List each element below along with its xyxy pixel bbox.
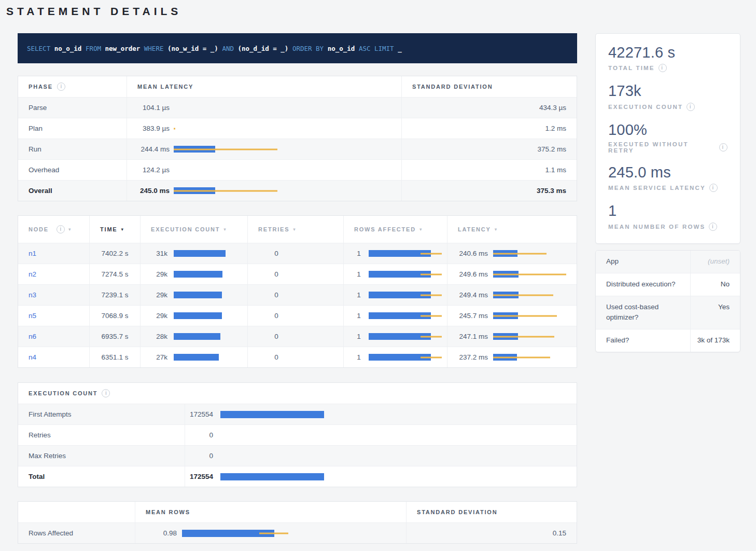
- exec-row-label: Total: [29, 473, 45, 480]
- count-bar: [220, 452, 566, 460]
- sort-arrow-icon: ▾: [293, 227, 296, 232]
- node-link[interactable]: n1: [29, 250, 36, 257]
- phase-label: Overhead: [29, 166, 59, 174]
- info-icon[interactable]: i: [709, 184, 718, 192]
- node-col-header[interactable]: NODE i ▾: [18, 216, 90, 243]
- mean-latency-value: 124.2 µs: [137, 166, 170, 174]
- latency-bar: [493, 271, 566, 278]
- node-latency: 240.6 ms: [455, 250, 488, 257]
- attribute-label: Used cost-based optimizer?: [596, 296, 690, 329]
- node-link[interactable]: n3: [29, 291, 36, 299]
- latency-bar: [493, 354, 566, 361]
- count-bar: [220, 411, 566, 418]
- retries-col-header[interactable]: RETRIES ▾: [248, 216, 344, 243]
- mean-latency-col-header: MEAN LATENCY: [127, 76, 402, 97]
- exec-count-bar: [174, 312, 237, 319]
- std-dev-value: 434.3 µs: [539, 104, 566, 112]
- rows-affected-label: Rows Affected: [29, 529, 73, 537]
- exec-row-total: Total 172554: [18, 466, 577, 487]
- node-rows-affected: 1: [354, 250, 363, 257]
- node-link[interactable]: n6: [29, 333, 36, 340]
- node-link[interactable]: n5: [29, 312, 36, 320]
- latency-bar: [174, 125, 391, 132]
- main-layout: SELECT no_o_id FROM new_order WHERE (no_…: [5, 33, 740, 544]
- stat-value: 173k: [608, 82, 727, 100]
- stat-total-time: 42271.6 s TOTAL TIMEi: [608, 44, 727, 72]
- execution-count-col-header[interactable]: EXECUTION COUNT ▾: [141, 216, 248, 243]
- latency-bar: [493, 312, 566, 319]
- node-link[interactable]: n4: [29, 353, 36, 361]
- rows-affected-row: Rows Affected 0.98 0.15: [18, 522, 577, 543]
- page-title: STATEMENT DETAILS: [6, 5, 740, 18]
- stat-value: 42271.6 s: [608, 44, 727, 61]
- exec-row-retries: Retries 0: [18, 424, 577, 445]
- count-bar: [220, 432, 566, 439]
- stat-mean-service-latency: 245.0 ms MEAN SERVICE LATENCYi: [608, 164, 727, 192]
- std-dev-value: 375.3 ms: [537, 187, 566, 195]
- stat-value: 100%: [608, 121, 727, 139]
- std-dev-col-header: STANDARD DEVIATION: [402, 76, 577, 97]
- latency-bar: [493, 292, 566, 298]
- info-icon[interactable]: i: [719, 143, 727, 151]
- exec-count-bar: [174, 271, 237, 278]
- exec-row-first-attempts: First Attempts 172554: [18, 404, 577, 424]
- sql-statement-box: SELECT no_o_id FROM new_order WHERE (no_…: [18, 33, 577, 63]
- exec-count-bar: [174, 250, 237, 257]
- node-latency: 249.6 ms: [455, 270, 488, 278]
- latency-bar: [174, 104, 391, 111]
- exec-row-value: 172554: [187, 473, 213, 480]
- exec-count-bar: [174, 292, 237, 298]
- rows-affected-col-header[interactable]: ROWS AFFECTED ▾: [344, 216, 447, 243]
- node-row: n1 7402.2 s 31k 0 1 240.6 ms: [18, 243, 577, 264]
- phase-table-header: PHASE i MEAN LATENCY STANDARD DEVIATION: [18, 76, 577, 97]
- node-latency: 249.4 ms: [455, 291, 488, 299]
- rows-affected-bar: [369, 250, 437, 257]
- attribute-value: 3k of 173k: [690, 329, 740, 352]
- info-icon[interactable]: i: [57, 225, 65, 233]
- node-retries: 0: [258, 270, 295, 278]
- phase-row-overall: Overall 245.0 ms 375.3 ms: [18, 180, 577, 201]
- attribute-value: Yes: [690, 296, 740, 329]
- info-icon[interactable]: i: [659, 64, 667, 72]
- node-time: 7239.1 s: [102, 291, 129, 299]
- attribute-row-cost-based-optimizer: Used cost-based optimizer? Yes: [596, 296, 740, 329]
- summary-stats-card: 42271.6 s TOTAL TIMEi 173k EXECUTION COU…: [595, 33, 740, 244]
- node-row: n5 7068.9 s 29k 0 1 245.7 ms: [18, 305, 577, 326]
- attribute-row-failed: Failed? 3k of 173k: [596, 329, 740, 352]
- sort-arrow-icon: ▾: [419, 227, 422, 232]
- node-link[interactable]: n2: [29, 270, 36, 278]
- time-col-header[interactable]: TIME ▾: [90, 216, 141, 243]
- stat-label: TOTAL TIME: [608, 65, 655, 71]
- sort-arrow-icon: ▾: [223, 227, 226, 232]
- stddev-bar: [174, 148, 277, 150]
- exec-row-label: First Attempts: [29, 410, 72, 418]
- node-retries: 0: [258, 353, 295, 361]
- node-latency: 237.2 ms: [455, 353, 488, 361]
- phase-col-header: PHASE i: [18, 76, 127, 97]
- node-row: n6 6935.7 s 28k 0 1 247.1 ms: [18, 326, 577, 347]
- rows-affected-bar: [369, 292, 437, 298]
- mean-latency-value: 383.9 µs: [137, 125, 170, 132]
- node-statistics-table: NODE i ▾ TIME ▾ EXECUTION COUNT ▾ RETRIE…: [18, 215, 577, 368]
- node-time: 6935.7 s: [102, 333, 129, 340]
- std-dev-col-header: STANDARD DEVIATION: [407, 502, 577, 522]
- node-retries: 0: [258, 291, 295, 299]
- info-icon[interactable]: i: [687, 103, 695, 111]
- latency-bar: [493, 250, 566, 257]
- node-exec-count: 27k: [147, 353, 167, 361]
- sort-arrow-icon: ▾: [121, 227, 123, 232]
- right-column: 42271.6 s TOTAL TIMEi 173k EXECUTION COU…: [595, 33, 740, 352]
- info-icon[interactable]: i: [709, 223, 717, 231]
- phase-label: Overall: [29, 187, 52, 195]
- latency-col-header[interactable]: LATENCY ▾: [447, 216, 577, 243]
- node-row: n2 7274.5 s 29k 0 1 249.6 ms: [18, 264, 577, 284]
- phase-latency-table: PHASE i MEAN LATENCY STANDARD DEVIATION …: [18, 76, 577, 201]
- phase-row-run: Run 244.4 ms 375.2 ms: [18, 139, 577, 159]
- latency-bar: [174, 146, 391, 153]
- mean-latency-value: 244.4 ms: [137, 145, 170, 153]
- info-icon[interactable]: i: [102, 389, 110, 397]
- info-icon[interactable]: i: [57, 82, 65, 91]
- execution-count-table: EXECUTION COUNT i First Attempts 172554 …: [18, 382, 577, 487]
- exec-row-value: 0: [187, 452, 213, 460]
- sort-arrow-icon: ▾: [68, 227, 71, 232]
